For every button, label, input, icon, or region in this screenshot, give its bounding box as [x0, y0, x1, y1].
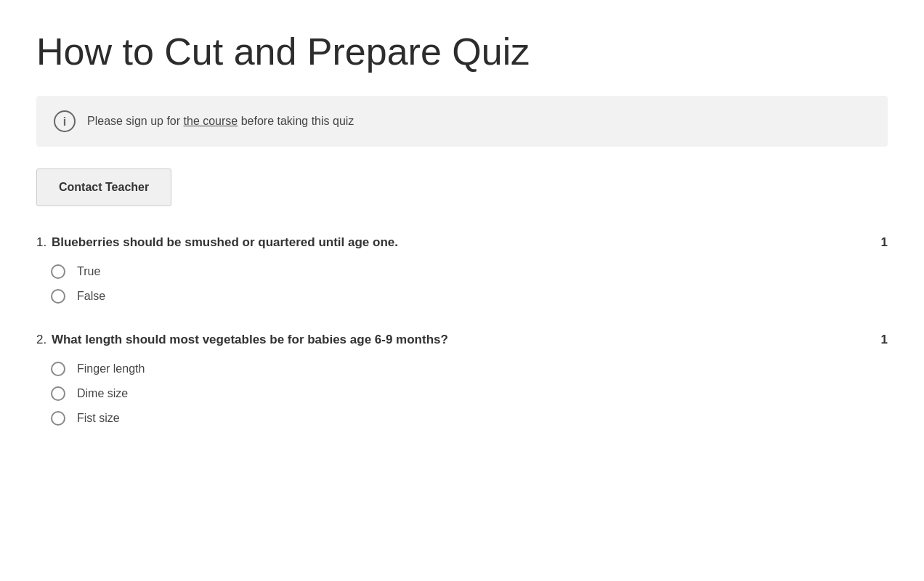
radio-button[interactable]	[51, 362, 65, 376]
answer-option[interactable]: Finger length	[51, 362, 888, 376]
answer-options: Finger lengthDime sizeFist size	[36, 362, 888, 426]
contact-teacher-button[interactable]: Contact Teacher	[36, 168, 171, 206]
quiz-questions: 1. Blueberries should be smushed or quar…	[36, 235, 888, 426]
answer-label: Dime size	[77, 387, 128, 400]
page-title: How to Cut and Prepare Quiz	[36, 29, 888, 74]
info-banner-text: Please sign up for the course before tak…	[87, 115, 354, 128]
answer-label: True	[77, 265, 100, 278]
answer-option[interactable]: Fist size	[51, 411, 888, 426]
answer-option[interactable]: False	[51, 289, 888, 304]
svg-text:i: i	[63, 115, 66, 128]
question-number: 1.	[36, 235, 50, 249]
radio-button[interactable]	[51, 386, 65, 401]
question-block: 1. Blueberries should be smushed or quar…	[36, 235, 888, 304]
question-text: 2. What length should most vegetables be…	[36, 333, 867, 347]
question-number: 2.	[36, 333, 50, 346]
radio-button[interactable]	[51, 411, 65, 426]
answer-label: Finger length	[77, 362, 145, 375]
answer-label: False	[77, 290, 105, 303]
radio-button[interactable]	[51, 264, 65, 279]
question-header: 2. What length should most vegetables be…	[36, 333, 888, 347]
answer-option[interactable]: True	[51, 264, 888, 279]
question-text: 1. Blueberries should be smushed or quar…	[36, 235, 867, 250]
info-banner: i Please sign up for the course before t…	[36, 96, 888, 147]
answer-option[interactable]: Dime size	[51, 386, 888, 401]
answer-options: TrueFalse	[36, 264, 888, 304]
info-icon: i	[54, 110, 76, 132]
question-points: 1	[881, 235, 888, 250]
question-points: 1	[881, 333, 888, 347]
course-link[interactable]: the course	[184, 115, 238, 127]
question-header: 1. Blueberries should be smushed or quar…	[36, 235, 888, 250]
question-block: 2. What length should most vegetables be…	[36, 333, 888, 426]
answer-label: Fist size	[77, 412, 120, 425]
radio-button[interactable]	[51, 289, 65, 304]
